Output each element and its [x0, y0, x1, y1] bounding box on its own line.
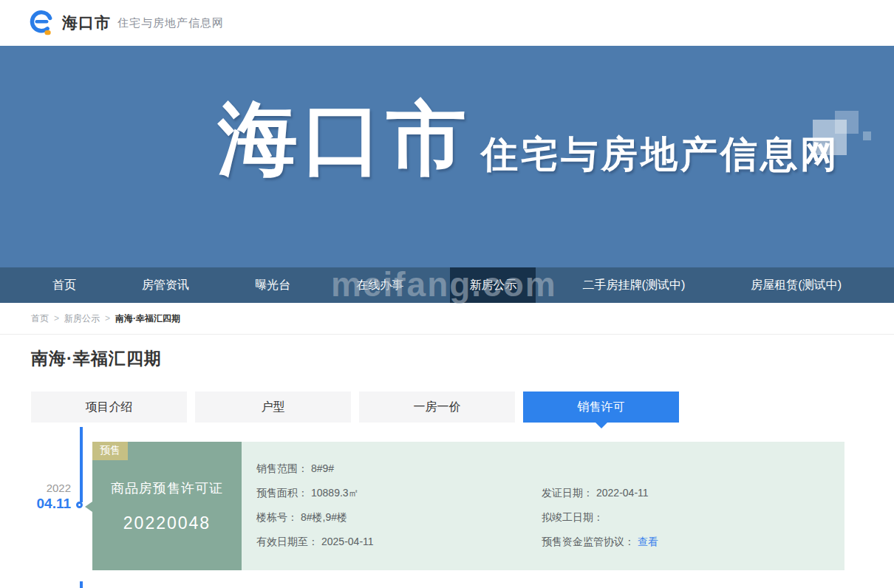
- detail-issue-date: 发证日期：2022-04-11: [542, 481, 658, 505]
- detail-value: 2025-04-11: [321, 536, 374, 547]
- view-agreement-link[interactable]: 查看: [638, 536, 658, 547]
- nav-item-new-homes[interactable]: 新房公示: [450, 267, 536, 303]
- tab-bar: 项目介绍 户型 一房一价 销售许可: [31, 392, 679, 423]
- timeline-arrow-icon: [85, 502, 92, 512]
- timeline-day: 04.11: [19, 496, 71, 512]
- banner-text: 海口市 住宅与房地产信息网: [218, 99, 840, 179]
- detail-fund-supervision: 预售资金监管协议：查看: [542, 530, 658, 554]
- tab-floor-plans[interactable]: 户型: [195, 392, 351, 423]
- nav-item-home[interactable]: 首页: [33, 267, 95, 303]
- detail-label: 有效日期至：: [256, 536, 318, 547]
- detail-planned-completion: 拟竣工日期：: [542, 505, 658, 530]
- banner-decor-square: [835, 111, 859, 134]
- tab-sales-permit[interactable]: 销售许可: [523, 392, 679, 423]
- top-header: 海口市 住宅与房地产信息网: [0, 0, 894, 46]
- timeline-line: [80, 581, 83, 588]
- detail-label: 拟竣工日期：: [542, 511, 604, 523]
- detail-value: 10889.3㎡: [311, 487, 359, 499]
- timeline-year: 2022: [19, 482, 71, 494]
- banner-decor-square: [863, 131, 871, 140]
- permit-number: 20220048: [123, 513, 211, 533]
- timeline-node-icon: [76, 502, 83, 508]
- page-title: 南海·幸福汇四期: [31, 347, 162, 370]
- permit-card-details: 销售范围：8#9# 预售面积：10889.3㎡ 楼栋号：8#楼,9#楼 有效日期…: [242, 442, 844, 570]
- presale-badge: 预售: [92, 442, 128, 460]
- breadcrumb-separator: >: [54, 313, 59, 324]
- detail-value: 2022-04-11: [596, 487, 649, 499]
- nav-item-exposure[interactable]: 曝光台: [236, 267, 310, 303]
- tab-project-intro[interactable]: 项目介绍: [31, 392, 187, 423]
- nav-item-housing-news[interactable]: 房管资讯: [123, 267, 208, 303]
- site-subtitle: 住宅与房地产信息网: [117, 16, 224, 30]
- breadcrumb-home[interactable]: 首页: [31, 312, 49, 325]
- detail-label: 预售资金监管协议：: [542, 536, 635, 547]
- detail-presale-area: 预售面积：10889.3㎡: [256, 481, 374, 505]
- page: 海口市 住宅与房地产信息网 海口市 住宅与房地产信息网 首页 房管资讯 曝光台 …: [0, 0, 894, 588]
- detail-label: 预售面积：: [256, 487, 308, 499]
- site-name: 海口市: [62, 13, 111, 33]
- details-left-column: 销售范围：8#9# 预售面积：10889.3㎡ 楼栋号：8#楼,9#楼 有效日期…: [256, 457, 374, 554]
- banner-title: 海口市: [218, 99, 471, 179]
- site-logo-icon: [28, 9, 55, 37]
- detail-label: 发证日期：: [542, 487, 593, 499]
- timeline-line: [80, 427, 83, 502]
- nav-item-online-services[interactable]: 在线办事: [337, 267, 423, 303]
- banner-subtitle: 住宅与房地产信息网: [481, 136, 840, 173]
- detail-label: 销售范围：: [256, 462, 308, 474]
- nav-item-secondhand[interactable]: 二手房挂牌(测试中): [564, 267, 705, 303]
- timeline-date: 2022 04.11: [19, 482, 71, 512]
- main-nav: 首页 房管资讯 曝光台 在线办事 新房公示 二手房挂牌(测试中) 房屋租赁(测试…: [0, 267, 894, 303]
- tab-price-per-unit[interactable]: 一房一价: [359, 392, 515, 423]
- nav-item-rental[interactable]: 房屋租赁(测试中): [731, 267, 861, 303]
- details-right-column: 发证日期：2022-04-11 拟竣工日期： 预售资金监管协议：查看: [542, 481, 658, 554]
- permit-title: 商品房预售许可证: [111, 479, 223, 497]
- permit-card-summary: 预售 商品房预售许可证 20220048: [92, 442, 242, 570]
- detail-building-number: 楼栋号：8#楼,9#楼: [256, 505, 374, 530]
- detail-sales-range: 销售范围：8#9#: [256, 457, 374, 481]
- detail-value: 8#9#: [311, 462, 334, 474]
- breadcrumb-separator: >: [105, 313, 110, 324]
- hero-banner: 海口市 住宅与房地产信息网: [0, 46, 894, 267]
- detail-label: 楼栋号：: [256, 511, 298, 523]
- breadcrumb: 首页 > 新房公示 > 南海·幸福汇四期: [0, 303, 894, 335]
- permit-card: 预售 商品房预售许可证 20220048 销售范围：8#9# 预售面积：1088…: [92, 442, 844, 570]
- breadcrumb-current: 南海·幸福汇四期: [115, 312, 180, 325]
- detail-valid-until: 有效日期至：2025-04-11: [256, 530, 374, 554]
- breadcrumb-new-homes[interactable]: 新房公示: [64, 312, 100, 325]
- detail-value: 8#楼,9#楼: [301, 511, 347, 523]
